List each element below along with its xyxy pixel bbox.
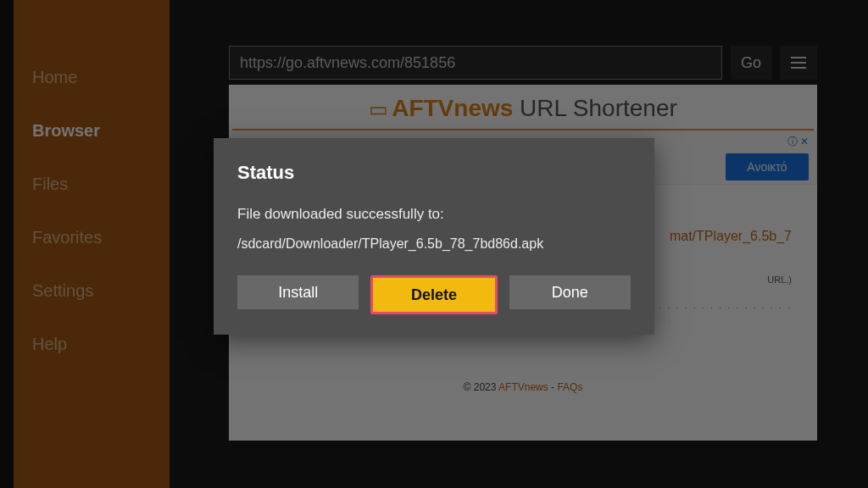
dialog-file-path: /sdcard/Downloader/TPlayer_6.5b_78_7bd86… xyxy=(237,236,631,252)
dialog-message: File downloaded successfully to: xyxy=(237,206,631,223)
status-dialog: Status File downloaded successfully to: … xyxy=(214,138,654,335)
done-button[interactable]: Done xyxy=(509,275,631,309)
app-root: Home Browser Files Favorites Settings He… xyxy=(0,0,868,488)
delete-button-focus-ring: Delete xyxy=(370,275,497,314)
dialog-title: Status xyxy=(237,162,631,184)
install-button[interactable]: Install xyxy=(237,275,359,309)
delete-button[interactable]: Delete xyxy=(373,278,494,312)
dialog-button-row: Install Delete Done xyxy=(237,275,631,314)
